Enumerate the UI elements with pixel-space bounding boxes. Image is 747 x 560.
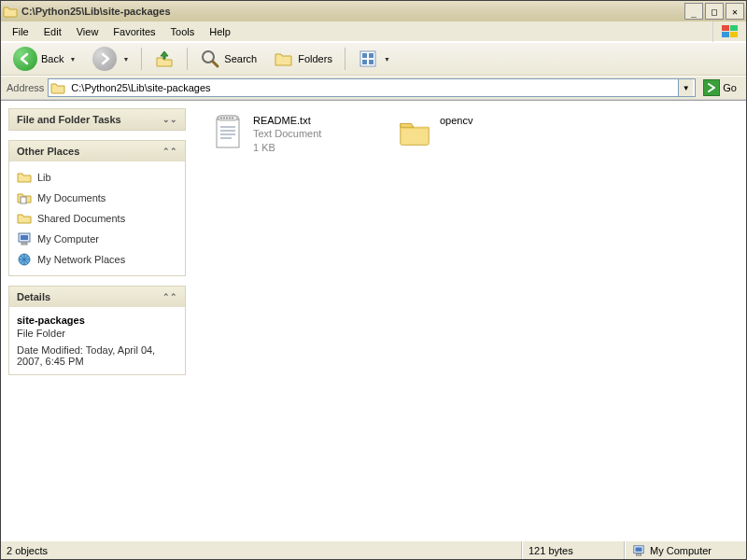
addressbar: Address ▼ Go xyxy=(1,76,746,100)
views-button[interactable]: ▼ xyxy=(351,46,397,72)
explorer-window: C:\Python25\Lib\site-packages _ □ ✕ File… xyxy=(0,0,747,560)
panel-header-details[interactable]: Details ⌃⌃ xyxy=(9,287,185,307)
menu-favorites[interactable]: Favorites xyxy=(106,24,162,39)
maximize-button[interactable]: □ xyxy=(705,3,724,20)
svg-rect-8 xyxy=(369,53,374,58)
panel-header-file-folder-tasks[interactable]: File and Folder Tasks ⌄⌄ xyxy=(9,109,185,130)
sidebar-item-label: My Computer xyxy=(37,233,99,245)
svg-rect-14 xyxy=(21,243,27,245)
file-size: 1 KB xyxy=(253,141,321,154)
text-document-icon xyxy=(210,114,246,151)
address-label: Address xyxy=(7,82,44,93)
address-box[interactable]: ▼ xyxy=(48,78,696,97)
details-type: File Folder xyxy=(17,328,177,339)
computer-icon xyxy=(631,543,646,558)
svg-rect-11 xyxy=(21,197,26,203)
svg-rect-3 xyxy=(730,32,738,37)
svg-rect-0 xyxy=(722,25,729,31)
window-title: C:\Python25\Lib\site-packages xyxy=(21,6,683,17)
menu-edit[interactable]: Edit xyxy=(36,24,69,39)
folder-icon xyxy=(50,80,65,95)
back-label: Back xyxy=(41,53,63,64)
svg-rect-7 xyxy=(362,53,367,58)
collapse-icon: ⌃⌃ xyxy=(162,147,177,156)
panel-title: File and Folder Tasks xyxy=(17,114,121,125)
svg-point-20 xyxy=(226,118,228,119)
file-name: README.txt xyxy=(253,114,321,127)
chevron-down-icon: ▼ xyxy=(69,56,76,63)
content-area[interactable]: README.txt Text Document 1 KB opencv xyxy=(193,101,746,540)
address-dropdown[interactable]: ▼ xyxy=(678,79,693,96)
panel-title: Details xyxy=(17,291,50,302)
close-button[interactable]: ✕ xyxy=(726,3,744,20)
forward-button[interactable]: ▼ xyxy=(86,44,135,74)
folder-icon xyxy=(17,170,32,185)
svg-line-5 xyxy=(213,62,218,66)
menu-help[interactable]: Help xyxy=(202,24,238,39)
sidebar-item-label: My Network Places xyxy=(37,254,125,265)
computer-icon xyxy=(17,231,32,246)
sidebar-item-shareddocs[interactable]: Shared Documents xyxy=(15,208,179,229)
statusbar: 2 objects 121 bytes My Computer xyxy=(1,540,746,559)
panel-title: Other Places xyxy=(17,146,79,157)
file-item-opencv[interactable]: opencv xyxy=(393,110,580,158)
toolbar-separator xyxy=(345,48,345,70)
up-button[interactable] xyxy=(148,46,181,72)
chevron-down-icon: ▼ xyxy=(384,56,390,63)
minimize-button[interactable]: _ xyxy=(684,3,703,20)
status-size: 121 bytes xyxy=(522,541,625,559)
expand-icon: ⌄⌄ xyxy=(162,115,177,124)
folders-button[interactable]: Folders xyxy=(267,46,339,72)
sidebar-item-label: Shared Documents xyxy=(37,213,125,224)
svg-rect-10 xyxy=(369,60,374,64)
menubar: File Edit View Favorites Tools Help xyxy=(1,21,746,42)
folder-icon xyxy=(397,114,432,151)
file-type: Text Document xyxy=(253,127,321,140)
menu-file[interactable]: File xyxy=(5,24,36,39)
panel-file-folder-tasks: File and Folder Tasks ⌄⌄ xyxy=(8,108,186,131)
sidebar-item-label: Lib xyxy=(37,172,51,183)
collapse-icon: ⌃⌃ xyxy=(162,292,177,301)
sidebar-item-label: My Documents xyxy=(37,192,106,203)
svg-rect-29 xyxy=(636,553,641,555)
back-button[interactable]: Back ▼ xyxy=(7,44,82,74)
menu-view[interactable]: View xyxy=(69,24,106,39)
sidebar-item-lib[interactable]: Lib xyxy=(15,167,179,188)
windows-flag-icon xyxy=(712,21,746,42)
svg-point-22 xyxy=(232,118,233,119)
go-button[interactable]: Go xyxy=(699,78,740,97)
menu-tools[interactable]: Tools xyxy=(163,24,203,39)
details-modified: Date Modified: Today, April 04, 2007, 6:… xyxy=(17,344,177,367)
toolbar-separator xyxy=(187,48,188,70)
sidebar-item-network[interactable]: My Network Places xyxy=(15,249,179,270)
folder-icon xyxy=(3,4,18,19)
details-name: site-packages xyxy=(17,315,177,326)
status-objects: 2 objects xyxy=(1,541,522,559)
status-location: My Computer xyxy=(625,541,746,559)
other-places-body: Lib My Documents Shared Documents My Com… xyxy=(9,161,185,275)
panel-details: Details ⌃⌃ site-packages File Folder Dat… xyxy=(8,286,186,375)
panel-header-other-places[interactable]: Other Places ⌃⌃ xyxy=(9,141,185,161)
chevron-down-icon: ▼ xyxy=(122,56,129,63)
svg-rect-13 xyxy=(21,235,28,240)
panel-other-places: Other Places ⌃⌃ Lib My Documents Shared … xyxy=(8,140,186,276)
sidebar-item-mydocuments[interactable]: My Documents xyxy=(15,188,179,208)
svg-point-18 xyxy=(220,118,222,119)
sidebar-item-mycomputer[interactable]: My Computer xyxy=(15,229,179,249)
address-input[interactable] xyxy=(69,80,674,95)
file-item-readme[interactable]: README.txt Text Document 1 KB xyxy=(206,110,393,158)
file-info: README.txt Text Document 1 KB xyxy=(253,114,321,154)
details-body: site-packages File Folder Date Modified:… xyxy=(9,307,185,374)
file-info: opencv xyxy=(440,114,472,127)
svg-rect-16 xyxy=(217,119,239,147)
folder-icon xyxy=(17,211,32,226)
main-area: File and Folder Tasks ⌄⌄ Other Places ⌃⌃… xyxy=(1,100,746,540)
svg-point-19 xyxy=(223,118,225,119)
network-icon xyxy=(17,252,32,267)
titlebar: C:\Python25\Lib\site-packages _ □ ✕ xyxy=(1,1,746,21)
go-label: Go xyxy=(723,82,737,93)
svg-rect-2 xyxy=(722,32,729,37)
search-button[interactable]: Search xyxy=(193,46,263,72)
file-name: opencv xyxy=(440,114,472,127)
folders-label: Folders xyxy=(298,53,332,64)
